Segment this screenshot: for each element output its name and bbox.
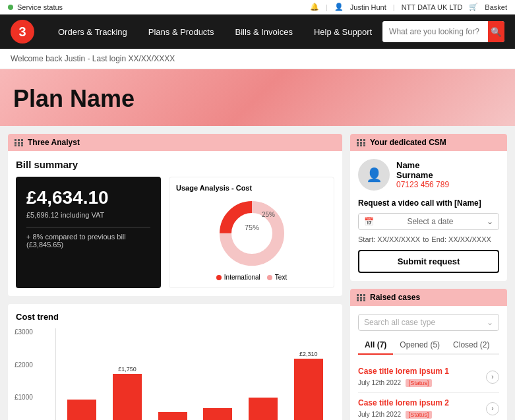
- nav-item-bills[interactable]: Bills & Invoices: [224, 15, 303, 49]
- bar-group-jan: [61, 328, 103, 420]
- cost-trend-title: Cost trend: [16, 312, 334, 322]
- bill-summary-header: Three Analyst: [8, 134, 342, 151]
- user-icon: 👤: [334, 3, 344, 11]
- top-bar-left: Service status: [8, 3, 63, 11]
- csm-request-title: Request a video call with [Name]: [358, 198, 499, 208]
- case-arrow-2[interactable]: ›: [486, 402, 499, 415]
- cases-tabs: All (7) Opened (5) Closed (2): [358, 336, 499, 355]
- chart-area: £1,750: [55, 328, 334, 420]
- csm-profile: 👤 Name Surname 07123 456 789: [358, 159, 499, 191]
- basket-icon[interactable]: 🛒: [469, 3, 478, 11]
- bar-label-feb: £1,750: [118, 366, 136, 373]
- service-status-label: Service status: [17, 3, 63, 11]
- bill-amount: £4,634.10: [26, 187, 150, 208]
- donut-container: Usage Analysis - Cost 75% 25%: [169, 177, 334, 288]
- search-input[interactable]: [382, 21, 488, 42]
- bar-label-jun: £2,310: [299, 351, 318, 357]
- case-status-2: [Status]: [406, 411, 433, 419]
- nav-item-help[interactable]: Help & Support: [303, 15, 382, 49]
- nav-item-orders[interactable]: Orders & Tracking: [47, 15, 138, 49]
- bill-amount-box: £4,634.10 £5,696.12 including VAT + 8% c…: [16, 177, 161, 288]
- csm-avatar: 👤: [358, 159, 390, 191]
- nav-logo[interactable]: 3: [11, 20, 34, 44]
- bill-summary-row: £4,634.10 £5,696.12 including VAT + 8% c…: [16, 177, 334, 288]
- cost-trend-card: Cost trend £3000 £2000 £1000 £0: [8, 304, 342, 420]
- left-column: Three Analyst Bill summary £4,634.10 £5,…: [8, 134, 342, 420]
- donut-labels: International Text: [176, 274, 327, 281]
- tab-opened[interactable]: Opened (5): [393, 336, 446, 355]
- bill-summary-title: Bill summary: [16, 159, 334, 170]
- company-name: NTT DATA UK LTD: [402, 3, 463, 11]
- svg-text:75%: 75%: [244, 224, 258, 231]
- case-meta-2: July 12th 2022 [Status]: [358, 411, 432, 418]
- bar-group-apr: [197, 328, 239, 420]
- welcome-text: Welcome back Justin - Last login XX/XX/X…: [11, 54, 175, 63]
- case-meta-1: July 12th 2022 [Status]: [358, 379, 432, 386]
- status-dot: [8, 5, 13, 10]
- grid-icon-csm: [357, 139, 366, 146]
- case-info-1: Case title lorem ipsum 1 July 12th 2022 …: [358, 367, 486, 387]
- csm-date-select[interactable]: 📅 Select a date ⌄: [358, 213, 499, 230]
- csm-phone[interactable]: 07123 456 789: [396, 180, 449, 189]
- case-title-2[interactable]: Case title lorem ipsum 2: [358, 398, 486, 407]
- bar-stack-apr: [197, 408, 239, 420]
- tab-all[interactable]: All (7): [358, 336, 393, 355]
- nav-item-plans[interactable]: Plans & Products: [138, 15, 225, 49]
- bar-group-mar: [152, 328, 193, 420]
- bar-stack-feb: [107, 374, 148, 420]
- label-text: Text: [275, 274, 287, 281]
- bill-comparison: + 8% compared to previous bill (£3,845.6…: [26, 233, 150, 249]
- csm-section-label: Your dedicated CSM: [370, 138, 446, 147]
- bar-main-jun: [294, 359, 323, 420]
- cost-trend-body: Cost trend £3000 £2000 £1000 £0: [8, 304, 342, 420]
- nav-bar: 3 Orders & Tracking Plans & Products Bil…: [0, 15, 515, 49]
- bar-stack-jun: [288, 359, 329, 420]
- y-label-2000: £2000: [15, 361, 33, 369]
- case-item-2: Case title lorem ipsum 2 July 12th 2022 …: [358, 393, 499, 420]
- start-label: Start: XX/XX/XXXX: [358, 235, 420, 243]
- donut-label-intl: International: [216, 274, 260, 281]
- y-label-3000: £3000: [15, 328, 33, 336]
- bar-stack-mar: [152, 412, 193, 420]
- bar-main-apr: [203, 408, 232, 420]
- bar-main-feb: [113, 374, 142, 420]
- case-arrow-1[interactable]: ›: [486, 371, 499, 384]
- donut-title: Usage Analysis - Cost: [176, 184, 327, 192]
- top-bar-right: 🔔 | 👤 Justin Hunt | NTT DATA UK LTD 🛒 Ba…: [310, 3, 507, 11]
- donut-chart: 75% 25%: [216, 197, 288, 270]
- raised-cases-section-label: Raised cases: [370, 293, 420, 302]
- bar-main-jan: [67, 400, 96, 420]
- bar-stack-jan: [61, 400, 103, 420]
- bill-comparison-text: + 8% compared to previous bill: [26, 233, 150, 241]
- tab-closed[interactable]: Closed (2): [446, 336, 496, 355]
- basket-label[interactable]: Basket: [485, 3, 507, 11]
- bill-vat: £5,696.12 including VAT: [26, 211, 150, 219]
- dot-intl: [216, 275, 222, 280]
- chevron-down-icon: ⌄: [487, 217, 493, 226]
- notification-icon[interactable]: 🔔: [310, 3, 319, 11]
- top-bar: Service status 🔔 | 👤 Justin Hunt | NTT D…: [0, 0, 515, 15]
- hero-section: Plan Name: [0, 69, 515, 126]
- search-button[interactable]: 🔍: [488, 21, 504, 42]
- case-title-1[interactable]: Case title lorem ipsum 1: [358, 367, 486, 376]
- grid-icon: [15, 139, 24, 146]
- csm-submit-button[interactable]: Submit request: [358, 250, 499, 273]
- bar-group-may: [243, 328, 284, 420]
- svg-text:25%: 25%: [261, 211, 274, 218]
- csm-date-placeholder: Select a date: [407, 217, 453, 226]
- bill-summary-card: Three Analyst Bill summary £4,634.10 £5,…: [8, 134, 342, 296]
- y-axis-labels: £3000 £2000 £1000 £0: [15, 328, 33, 420]
- cases-search[interactable]: Search all case type ⌄: [358, 314, 499, 331]
- label-intl: International: [224, 274, 260, 281]
- nav-search[interactable]: 🔍: [382, 21, 504, 42]
- bars-row: £1,750: [56, 328, 334, 420]
- raised-cases-card: Raised cases Search all case type ⌄ All …: [350, 289, 507, 420]
- dot-text: [267, 275, 272, 280]
- bar-group-feb: £1,750: [107, 328, 148, 420]
- raised-cases-header: Raised cases: [350, 289, 507, 306]
- csm-surname: Surname: [396, 170, 449, 180]
- page-title: Plan Name: [13, 85, 502, 113]
- case-info-2: Case title lorem ipsum 2 July 12th 2022 …: [358, 398, 486, 419]
- end-label: End: XX/XX/XXXX: [431, 235, 491, 243]
- user-name[interactable]: Justin Hunt: [350, 3, 386, 11]
